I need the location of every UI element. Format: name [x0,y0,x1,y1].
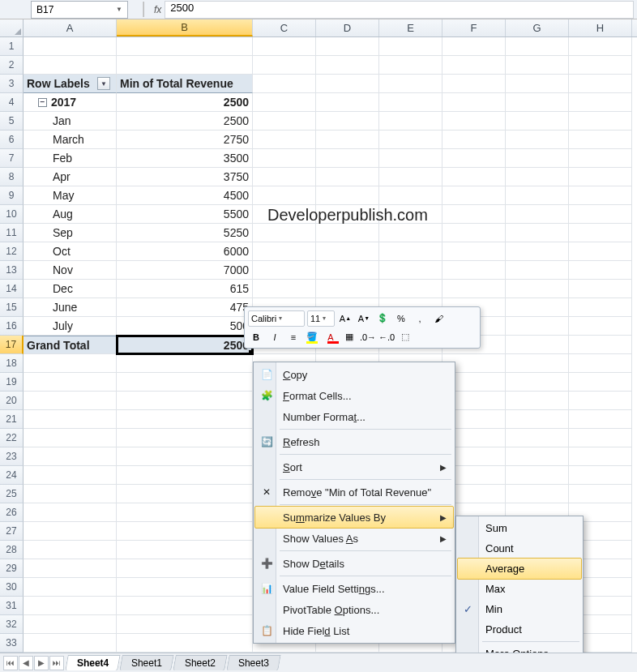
row-header[interactable]: 23 [0,447,24,466]
cell[interactable] [24,503,117,522]
cell[interactable] [379,224,442,242]
cell[interactable] [117,578,253,597]
pivot-row-label[interactable]: Oct [24,242,117,261]
prev-sheet-icon[interactable]: ◀ [19,656,33,670]
comma-format-icon[interactable]: , [412,310,428,327]
cell[interactable] [506,392,569,410]
pivot-row-value[interactable]: 7000 [117,261,253,280]
cell[interactable] [506,75,569,93]
col-header-C[interactable]: C [253,19,316,36]
cell[interactable] [253,261,316,280]
cell[interactable] [569,466,632,485]
cell[interactable] [442,168,506,186]
sheet-tab-active[interactable]: Sheet4 [65,655,121,670]
cell[interactable] [442,93,506,112]
grow-font-icon[interactable]: A▲ [337,310,353,327]
accounting-format-icon[interactable]: 💲 [374,310,391,327]
cell[interactable] [24,466,117,485]
cell[interactable] [569,112,632,131]
cell[interactable] [569,224,632,242]
borders-icon[interactable]: ▦ [341,329,357,345]
pivot-grand-total-value[interactable]: 2500 [117,336,253,354]
increase-decimal-icon[interactable]: .0→ [360,329,376,345]
cell[interactable] [253,37,316,56]
pivot-row-label[interactable]: Nov [24,261,117,280]
cell[interactable] [316,280,379,298]
font-color-icon[interactable]: A [323,329,339,345]
cell[interactable] [379,37,442,56]
decrease-decimal-icon[interactable]: ←.0 [378,329,395,345]
cell[interactable] [253,168,316,186]
cell[interactable] [117,37,253,56]
row-header[interactable]: 33 [0,634,24,653]
row-header[interactable]: 17 [0,336,24,354]
col-header-B[interactable]: B [117,19,253,36]
col-header-F[interactable]: F [442,19,506,36]
row-header[interactable]: 13 [0,261,24,280]
pivot-year-row[interactable]: −2017 [24,93,117,112]
cell[interactable] [117,634,253,653]
last-sheet-icon[interactable]: ⏭ [49,656,64,670]
cell[interactable] [117,559,253,578]
cell[interactable] [569,298,632,317]
collapse-icon[interactable]: − [38,98,47,107]
merge-center-icon[interactable]: ⬚ [397,329,413,345]
pivot-row-label[interactable]: June [24,298,117,317]
cell[interactable] [506,93,569,112]
cell[interactable] [117,56,253,75]
cell[interactable] [117,373,253,392]
row-header[interactable]: 4 [0,93,24,112]
cell[interactable] [569,354,632,373]
cell[interactable] [379,205,442,224]
sub-sum[interactable]: Sum [458,518,581,538]
cell[interactable] [442,224,506,242]
cell[interactable] [569,149,632,168]
cell[interactable] [569,317,632,336]
filter-dropdown-icon[interactable]: ▼ [97,77,110,90]
cell[interactable] [117,354,253,373]
fill-color-icon[interactable]: 🪣 [304,329,320,345]
row-header[interactable]: 6 [0,131,24,149]
cell[interactable] [506,429,569,447]
row-header[interactable]: 3 [0,75,24,93]
cell[interactable] [506,242,569,261]
cell[interactable] [379,56,442,75]
cell[interactable] [24,37,117,56]
pivot-row-value[interactable]: 6000 [117,242,253,261]
cell[interactable] [442,186,506,205]
cell[interactable] [569,75,632,93]
cell[interactable] [379,186,442,205]
cell[interactable] [253,149,316,168]
row-header[interactable]: 16 [0,317,24,336]
cell[interactable] [24,447,117,466]
format-painter-icon[interactable]: 🖌 [430,310,447,327]
ctx-remove[interactable]: ✕Remove "Min of Total Revenue" [255,482,453,503]
cell[interactable] [442,205,506,224]
cell[interactable] [24,578,117,597]
sub-max[interactable]: Max [458,579,581,599]
cell[interactable] [379,93,442,112]
pivot-row-label[interactable]: May [24,186,117,205]
cell[interactable] [117,410,253,429]
cell[interactable] [253,93,316,112]
sub-min[interactable]: ✓Min [458,599,581,619]
cell[interactable] [506,298,569,317]
ctx-format-cells[interactable]: 🧩Format Cells... [255,385,453,406]
first-sheet-icon[interactable]: ⏮ [3,656,18,670]
row-header[interactable]: 29 [0,559,24,578]
ctx-hide-field-list[interactable]: 📋Hide Field List [255,620,453,641]
cell[interactable] [253,131,316,149]
cell[interactable] [506,205,569,224]
row-header[interactable]: 11 [0,224,24,242]
row-header[interactable]: 5 [0,112,24,131]
cell[interactable] [569,410,632,429]
cell[interactable] [569,186,632,205]
cell[interactable] [379,280,442,298]
row-header[interactable]: 24 [0,466,24,485]
chevron-down-icon[interactable]: ▼ [116,6,122,13]
cell[interactable] [506,261,569,280]
cell[interactable] [506,485,569,503]
cell[interactable] [316,186,379,205]
cell[interactable] [316,56,379,75]
row-header[interactable]: 2 [0,56,24,75]
